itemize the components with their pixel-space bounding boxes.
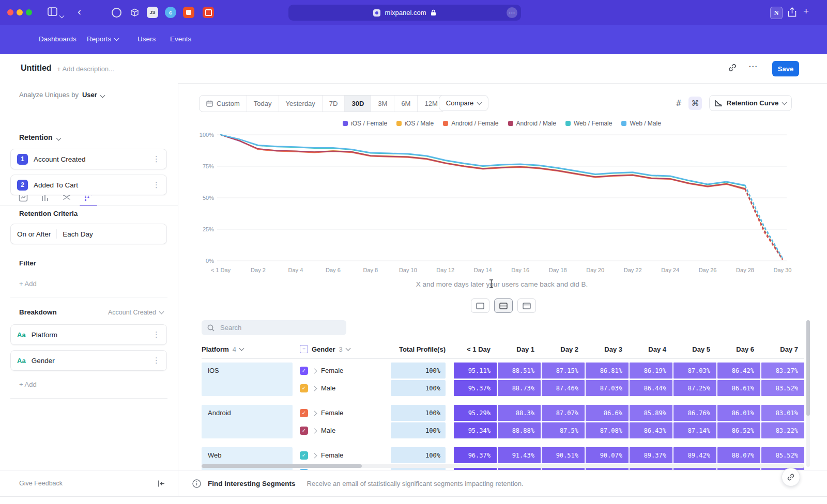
minimize-window-button[interactable]: [17, 9, 23, 15]
criteria-interval[interactable]: Each Day: [63, 230, 93, 238]
retention-value-cell[interactable]: 87.03%: [586, 380, 629, 396]
collapse-sidebar-icon[interactable]: [157, 480, 165, 487]
retention-value-cell[interactable]: 87.07%: [542, 405, 585, 421]
retention-value-cell[interactable]: 87.5%: [542, 422, 585, 438]
retention-value-cell[interactable]: 87.15%: [542, 363, 585, 379]
gender-cell[interactable]: ✓Female: [300, 451, 391, 460]
retention-value-cell[interactable]: 90.07%: [586, 447, 629, 463]
gender-cell[interactable]: ✓Female: [300, 409, 391, 417]
retention-value-cell[interactable]: 83.27%: [761, 363, 804, 379]
legend-item-ios-female[interactable]: iOS / Female: [343, 120, 387, 127]
retention-value-cell[interactable]: 83.52%: [761, 380, 804, 396]
retention-value-cell[interactable]: 91.43%: [498, 447, 541, 463]
retention-value-cell[interactable]: 87.14%: [673, 422, 716, 438]
legend-item-android-male[interactable]: Android / Male: [508, 120, 556, 127]
range-7d[interactable]: 7D: [322, 96, 345, 112]
range-yesterday[interactable]: Yesterday: [279, 96, 322, 112]
day-header-day-6[interactable]: Day 6: [717, 345, 760, 353]
close-window-button[interactable]: [7, 9, 13, 15]
total-profiles-cell[interactable]: 100%: [391, 380, 446, 396]
breakdown-menu-icon[interactable]: ⋮: [152, 356, 160, 365]
retention-value-cell[interactable]: 86.76%: [673, 405, 716, 421]
retention-value-cell[interactable]: 95.11%: [454, 363, 497, 379]
day-header-day-7[interactable]: Day 7: [761, 345, 804, 353]
extension-ring-icon[interactable]: [111, 7, 122, 18]
share-link-floating-button[interactable]: [782, 468, 800, 486]
add-description[interactable]: + Add description...: [57, 65, 114, 73]
table-search[interactable]: [202, 320, 346, 335]
table-row[interactable]: ✓Female100%96.37%91.43%90.51%90.07%89.37…: [300, 447, 804, 463]
give-feedback-link[interactable]: Give Feedback: [19, 480, 63, 487]
add-breakdown-button[interactable]: + Add: [19, 381, 37, 388]
breakdown-scope-dropdown[interactable]: Account Created: [108, 309, 163, 316]
legend-item-ios-male[interactable]: iOS / Male: [396, 120, 434, 127]
sidebar-toggle-icon[interactable]: [48, 7, 57, 16]
retention-step-2[interactable]: 2 Added To Cart ⋮: [10, 175, 167, 195]
row-checkbox[interactable]: ✓: [300, 367, 308, 375]
retention-value-cell[interactable]: 87.46%: [542, 380, 585, 396]
expand-chevron-icon[interactable]: [313, 384, 316, 392]
gender-column-header[interactable]: – Gender3: [300, 345, 391, 353]
notion-icon[interactable]: N: [770, 7, 783, 19]
row-checkbox[interactable]: ✓: [300, 427, 308, 435]
table-search-input[interactable]: [219, 323, 335, 332]
retention-value-cell[interactable]: 88.73%: [498, 380, 541, 396]
vertical-scrollbar-thumb[interactable]: [806, 320, 810, 416]
total-profiles-cell[interactable]: 100%: [391, 447, 446, 463]
gender-cell[interactable]: ✓Female: [300, 367, 391, 375]
legend-item-web-male[interactable]: Web / Male: [621, 120, 661, 127]
nav-item-dashboards[interactable]: Dashboards: [39, 35, 76, 43]
platform-cell[interactable]: iOS: [202, 363, 293, 396]
chart-only-toggle[interactable]: [471, 298, 489, 313]
retention-value-cell[interactable]: 86.44%: [630, 380, 672, 396]
compare-button[interactable]: Compare: [439, 95, 488, 111]
retention-value-cell[interactable]: 88.3%: [498, 405, 541, 421]
day-header-day-2[interactable]: Day 2: [542, 345, 585, 353]
retention-value-cell[interactable]: 87.03%: [673, 363, 716, 379]
day-header--1-day[interactable]: < 1 Day: [454, 345, 497, 353]
retention-value-cell[interactable]: 87.08%: [586, 422, 629, 438]
step-menu-icon[interactable]: ⋮: [152, 154, 160, 164]
chart-type-dropdown[interactable]: Retention Curve: [709, 95, 792, 111]
add-filter-button[interactable]: + Add: [19, 280, 37, 288]
breakdown-item-gender[interactable]: Aa Gender ⋮: [10, 350, 167, 371]
nav-item-users[interactable]: Users: [137, 35, 156, 43]
range-custom[interactable]: Custom: [200, 96, 247, 112]
day-header-day-3[interactable]: Day 3: [586, 345, 629, 353]
day-header-day-1[interactable]: Day 1: [498, 345, 541, 353]
chevron-down-icon[interactable]: [60, 10, 64, 20]
breakdown-item-platform[interactable]: Aa Platform ⋮: [10, 324, 167, 345]
horizontal-scrollbar-thumb[interactable]: [202, 464, 362, 468]
more-actions-icon[interactable]: ⋯: [748, 61, 757, 71]
expand-chevron-icon[interactable]: [313, 409, 316, 417]
retention-value-cell[interactable]: 86.6%: [586, 405, 629, 421]
command-shortcut-icon[interactable]: ⌘: [688, 97, 702, 110]
day-header-day-5[interactable]: Day 5: [673, 345, 716, 353]
expand-chevron-icon[interactable]: [313, 427, 316, 434]
nav-item-reports[interactable]: Reports: [87, 35, 118, 43]
extension-orange-app-icon[interactable]: [183, 7, 194, 18]
table-row[interactable]: ✓Female100%95.11%88.51%87.15%86.81%86.19…: [300, 363, 804, 379]
retention-value-cell[interactable]: 95.37%: [454, 380, 497, 396]
retention-value-cell[interactable]: 86.61%: [717, 380, 760, 396]
retention-value-cell[interactable]: 90.51%: [542, 447, 585, 463]
table-row[interactable]: ✓Male100%95.34%88.88%87.5%87.08%86.43%87…: [300, 422, 804, 438]
day-header-day-4[interactable]: Day 4: [630, 345, 672, 353]
extension-package-icon[interactable]: [129, 7, 140, 18]
report-title[interactable]: Untitled: [21, 64, 52, 73]
retention-value-cell[interactable]: 95.29%: [454, 405, 497, 421]
extension-c-icon[interactable]: c: [165, 7, 176, 18]
range-3m[interactable]: 3M: [371, 96, 394, 112]
retention-value-cell[interactable]: 86.42%: [717, 363, 760, 379]
table-row[interactable]: ✓Female100%95.29%88.3%87.07%86.6%85.89%8…: [300, 405, 804, 421]
copy-link-icon[interactable]: [728, 63, 737, 72]
retention-value-cell[interactable]: 88.88%: [498, 422, 541, 438]
total-profiles-cell[interactable]: 100%: [391, 422, 446, 438]
range-today[interactable]: Today: [247, 96, 279, 112]
retention-value-cell[interactable]: 96.37%: [454, 447, 497, 463]
retention-value-cell[interactable]: 89.42%: [673, 447, 716, 463]
retention-value-cell[interactable]: 88.07%: [717, 447, 760, 463]
analyze-chevron-icon[interactable]: [101, 90, 104, 99]
nav-item-events[interactable]: Events: [170, 35, 191, 43]
retention-value-cell[interactable]: 87.25%: [673, 380, 716, 396]
